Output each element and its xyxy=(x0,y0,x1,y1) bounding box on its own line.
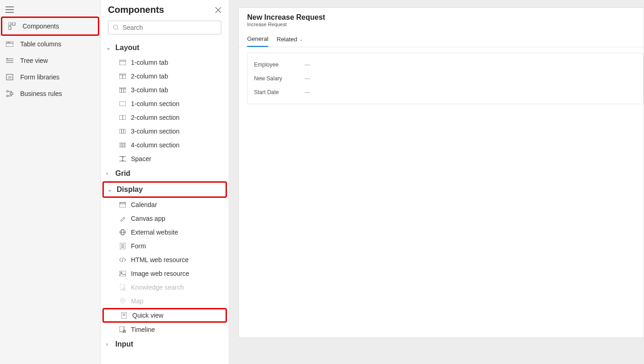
tree-item-label: 3-column section xyxy=(131,128,180,135)
section-display[interactable]: ⌄ Display xyxy=(102,181,227,198)
nav-item-form-libraries[interactable]: JS Form libraries xyxy=(0,69,100,85)
section-label: Display xyxy=(117,185,143,194)
tree-item-label: Canvas app xyxy=(131,215,165,222)
item-timeline[interactable]: Timeline xyxy=(101,323,229,336)
section-input[interactable]: › Input xyxy=(101,336,229,352)
section-layout[interactable]: ⌄ Layout xyxy=(101,40,229,56)
item-3-column-tab[interactable]: 3-column tab xyxy=(101,83,229,97)
components-icon xyxy=(8,22,16,30)
field-row[interactable]: Employee --- xyxy=(254,58,637,72)
tree-item-label: Spacer xyxy=(131,155,151,162)
chevron-down-icon: ⌄ xyxy=(107,186,114,193)
field-row[interactable]: New Salary --- xyxy=(254,72,637,85)
business-rules-icon xyxy=(6,90,14,97)
search-icon xyxy=(113,24,119,31)
nav-item-tree-view[interactable]: Tree view xyxy=(0,52,100,69)
hamburger-button[interactable] xyxy=(0,3,100,17)
one-column-tab-icon xyxy=(119,60,126,65)
svg-rect-40 xyxy=(119,202,126,207)
section-label: Layout xyxy=(115,44,139,52)
nav-item-label: Tree view xyxy=(20,57,48,64)
section-label: Input xyxy=(115,340,133,348)
chevron-down-icon: ⌄ xyxy=(299,37,303,42)
item-form[interactable]: Form xyxy=(101,239,229,253)
tree-item-label: Calendar xyxy=(131,201,157,208)
item-2-column-section[interactable]: 2-column section xyxy=(101,111,229,124)
search-input[interactable] xyxy=(123,24,216,31)
svg-text:Abc: Abc xyxy=(7,41,11,44)
nav-item-label: Form libraries xyxy=(20,73,60,81)
tree-item-label: Timeline xyxy=(131,326,155,333)
item-4-column-section[interactable]: 4-column section xyxy=(101,138,229,152)
item-2-column-tab[interactable]: 2-column tab xyxy=(101,69,229,83)
item-external-website[interactable]: External website xyxy=(101,225,229,239)
form-card[interactable]: New Increase Request Increase Request Ge… xyxy=(238,7,644,338)
svg-point-12 xyxy=(6,95,8,97)
svg-rect-4 xyxy=(12,22,15,25)
tab-related[interactable]: Related ⌄ xyxy=(277,35,303,47)
svg-rect-18 xyxy=(119,60,126,65)
tree-item-label: HTML web resource xyxy=(131,256,189,263)
nav-item-components[interactable]: Components xyxy=(1,17,99,36)
form-libraries-icon: JS xyxy=(6,74,14,80)
svg-rect-30 xyxy=(119,129,126,134)
item-3-column-section[interactable]: 3-column section xyxy=(101,124,229,138)
chevron-right-icon: › xyxy=(106,170,113,177)
svg-rect-5 xyxy=(8,27,11,29)
four-column-section-icon xyxy=(119,143,126,147)
item-map[interactable]: Map xyxy=(101,294,229,308)
table-columns-icon: Abc xyxy=(6,41,14,47)
tree-view-icon xyxy=(6,57,14,64)
tree-item-label: Map xyxy=(131,297,143,305)
item-spacer[interactable]: Spacer xyxy=(101,152,229,166)
tree-item-label: 1-column tab xyxy=(131,59,168,66)
item-html-web-resource[interactable]: HTML web resource xyxy=(101,253,229,267)
form-canvas: New Increase Request Increase Request Ge… xyxy=(229,0,644,364)
item-calendar[interactable]: Calendar xyxy=(101,198,229,212)
item-1-column-section[interactable]: 1-column section xyxy=(101,97,229,111)
calendar-icon xyxy=(119,202,126,207)
tab-general[interactable]: General xyxy=(247,35,268,47)
tree-item-label: Quick view xyxy=(132,312,164,319)
three-column-section-icon xyxy=(119,129,126,134)
nav-item-business-rules[interactable]: Business rules xyxy=(0,85,100,102)
chevron-down-icon: ⌄ xyxy=(106,45,113,51)
item-1-column-tab[interactable]: 1-column tab xyxy=(101,56,229,69)
item-quick-view[interactable]: Quick view xyxy=(102,308,227,323)
svg-rect-13 xyxy=(10,93,13,95)
item-canvas-app[interactable]: Canvas app xyxy=(101,212,229,225)
tab-label: Related xyxy=(277,36,297,43)
nav-item-table-columns[interactable]: Abc Table columns xyxy=(0,36,100,52)
nav-item-label: Business rules xyxy=(20,90,62,97)
svg-point-55 xyxy=(122,300,124,302)
tree-item-label: Knowledge search xyxy=(131,284,184,291)
tree-item-label: External website xyxy=(131,229,178,236)
code-icon xyxy=(119,257,126,263)
globe-icon xyxy=(119,229,126,235)
search-box[interactable] xyxy=(108,21,221,34)
field-row[interactable]: Start Date --- xyxy=(254,85,637,99)
canvas-app-icon xyxy=(119,215,126,222)
close-panel-button[interactable] xyxy=(215,7,221,13)
timeline-icon xyxy=(119,326,126,333)
tree-item-label: Form xyxy=(131,242,146,250)
section-grid[interactable]: › Grid xyxy=(101,166,229,181)
close-icon xyxy=(215,7,221,13)
map-icon xyxy=(119,298,126,304)
two-column-section-icon xyxy=(119,115,126,120)
svg-rect-53 xyxy=(120,284,124,290)
nav-item-label: Table columns xyxy=(20,40,62,48)
svg-rect-51 xyxy=(119,271,126,276)
three-column-tab-icon xyxy=(119,87,126,93)
field-value: --- xyxy=(305,62,310,68)
one-column-section-icon xyxy=(119,101,126,106)
svg-point-11 xyxy=(6,90,8,92)
components-tree[interactable]: ⌄ Layout 1-column tab 2-column tab 3-col… xyxy=(101,40,229,364)
item-image-web-resource[interactable]: Image web resource xyxy=(101,267,229,280)
chevron-right-icon: › xyxy=(106,341,113,347)
panel-title: Components xyxy=(108,5,164,15)
item-knowledge-search[interactable]: Knowledge search xyxy=(101,280,229,294)
knowledge-search-icon xyxy=(119,284,126,291)
fields-section[interactable]: Employee --- New Salary --- Start Date -… xyxy=(247,53,644,104)
svg-point-16 xyxy=(113,25,118,29)
